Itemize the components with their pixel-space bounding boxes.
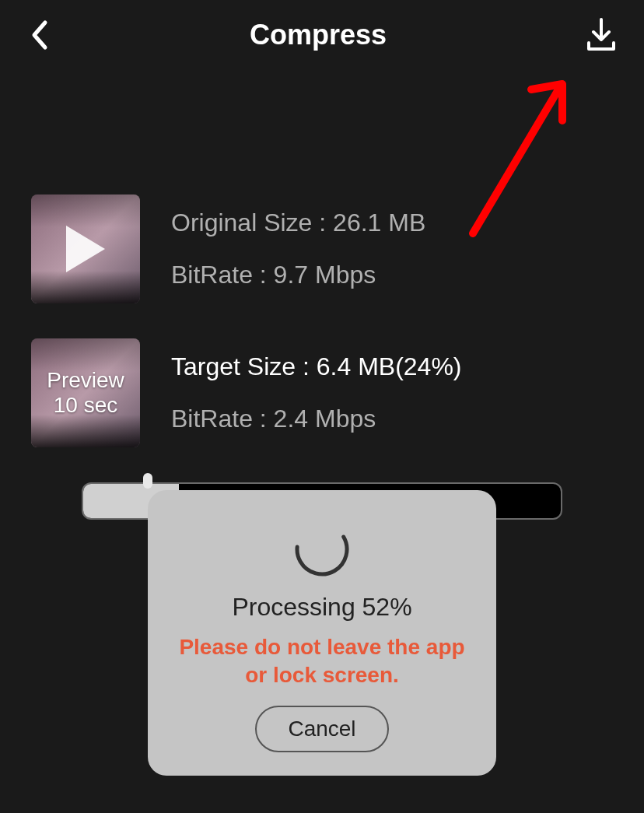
slider-thumb[interactable]: [143, 473, 152, 489]
back-button[interactable]: [23, 19, 54, 51]
preview-overlay: Preview 10 sec: [31, 338, 140, 447]
target-info: Target Size : 6.4 MB(24%) BitRate : 2.4 …: [171, 352, 613, 433]
original-video-row: Original Size : 26.1 MB BitRate : 9.7 Mb…: [31, 194, 613, 303]
header: Compress: [0, 0, 644, 70]
page-title: Compress: [250, 19, 387, 51]
target-video-row: Preview 10 sec Target Size : 6.4 MB(24%)…: [31, 338, 613, 447]
chevron-left-icon: [30, 19, 48, 51]
play-icon: [62, 222, 109, 276]
processing-modal: Processing 52% Please do not leave the a…: [148, 490, 496, 776]
warning-text: Please do not leave the app or lock scre…: [171, 633, 473, 690]
cancel-button[interactable]: Cancel: [255, 706, 388, 752]
processing-label: Processing 52%: [171, 593, 473, 622]
svg-point-0: [294, 521, 350, 577]
original-bitrate-label: BitRate : 9.7 Mbps: [171, 261, 613, 289]
preview-label: Preview: [47, 368, 124, 393]
content-area: Original Size : 26.1 MB BitRate : 9.7 Mb…: [0, 70, 644, 520]
original-size-label: Original Size : 26.1 MB: [171, 209, 613, 237]
download-button[interactable]: [582, 16, 621, 54]
target-size-label: Target Size : 6.4 MB(24%): [171, 352, 613, 381]
preview-duration: 10 sec: [54, 393, 118, 418]
target-bitrate-label: BitRate : 2.4 Mbps: [171, 405, 613, 433]
download-icon: [583, 16, 620, 54]
original-thumbnail[interactable]: [31, 194, 140, 303]
original-info: Original Size : 26.1 MB BitRate : 9.7 Mb…: [171, 209, 613, 289]
target-thumbnail[interactable]: Preview 10 sec: [31, 338, 140, 447]
spinner-icon: [294, 521, 350, 577]
